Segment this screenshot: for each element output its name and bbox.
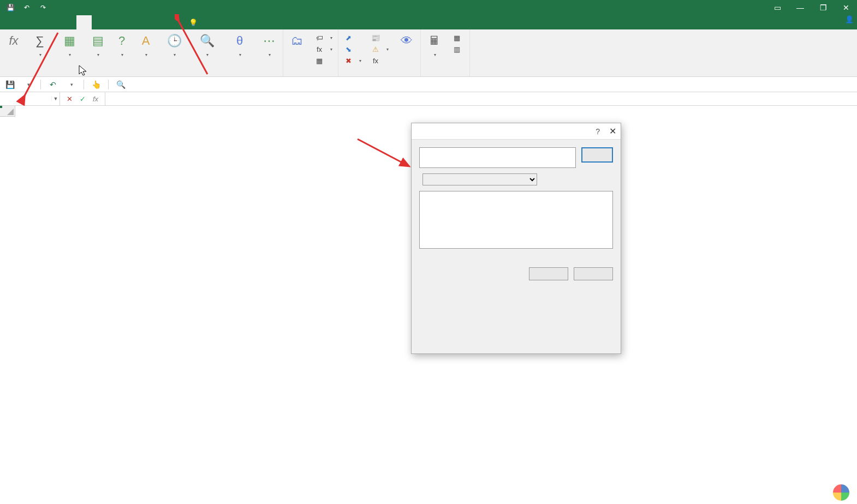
group-label-defined-names [284, 74, 337, 76]
mathtrig-button[interactable]: θ ▾ [224, 31, 255, 59]
trace-prec-icon: ⬈ [344, 33, 353, 42]
search-function-input[interactable] [419, 147, 576, 168]
financial-button[interactable]: ▤ ▾ [86, 31, 109, 59]
name-box[interactable]: ▼ [0, 92, 60, 105]
calc-options-button[interactable]: 🖩 ▾ [422, 31, 447, 59]
restore-button[interactable]: ❐ [812, 0, 834, 15]
insert-function-button[interactable]: fx [1, 31, 26, 52]
calculate-now-button[interactable]: ▦ [450, 32, 466, 43]
error-checking-button[interactable]: ⚠▾ [369, 44, 391, 55]
tab-file[interactable] [0, 15, 15, 29]
lookup-icon: 🔍 [198, 32, 216, 50]
tag-icon: 🏷 [315, 33, 324, 42]
quickaccess-undo-icon[interactable]: ↶ [21, 2, 33, 14]
watch-window-button[interactable]: 👁 [394, 31, 419, 52]
qa-dropdown-icon[interactable]: ▾ [22, 78, 35, 91]
qa-undo-icon[interactable]: ↶ [46, 78, 59, 91]
use-in-formula-button[interactable]: fx▾ [313, 44, 335, 55]
more-icon: ⋯ [260, 32, 278, 50]
close-button[interactable]: ✕ [835, 0, 857, 15]
recently-used-button[interactable]: ▦ ▾ [53, 31, 85, 59]
qa-preview-icon[interactable]: 🔍 [114, 78, 127, 91]
quickaccess-save-icon[interactable]: 💾 [4, 2, 16, 14]
tab-baidu[interactable] [168, 15, 183, 29]
name-manager-icon: 🗂 [288, 32, 306, 50]
theta-icon: θ [231, 32, 248, 50]
enter-formula-icon[interactable]: ✓ [76, 93, 88, 105]
text-button[interactable]: A ▾ [134, 31, 157, 59]
fx-button-icon[interactable]: fx [90, 93, 102, 105]
remove-arrows-icon: ✖ [344, 56, 353, 65]
qa-undo-dd-icon[interactable]: ▾ [65, 78, 78, 91]
cancel-button[interactable] [574, 267, 613, 280]
show-formulas-icon: 📰 [371, 33, 380, 42]
go-button[interactable] [581, 147, 613, 163]
tab-pagelayout[interactable] [61, 15, 76, 29]
minimize-button[interactable]: — [789, 0, 811, 15]
group-label-audit [340, 74, 419, 76]
calc-sheet-icon: ▥ [453, 45, 461, 53]
category-select[interactable] [422, 173, 537, 185]
define-name-button[interactable]: 🏷▾ [313, 32, 335, 43]
lookup-button[interactable]: 🔍 ▾ [191, 31, 223, 59]
quickaccess-redo-icon[interactable]: ↷ [37, 2, 49, 14]
title-bar: 💾 ↶ ↷ ▭ — ❐ ✕ [0, 0, 857, 15]
menu-tabs: 💡 👤 [0, 15, 857, 29]
text-icon: A [137, 32, 154, 50]
calculate-sheet-button[interactable]: ▥ [450, 44, 466, 55]
name-box-dropdown-icon[interactable]: ▼ [51, 96, 59, 101]
bulb-icon: 💡 [189, 19, 198, 27]
evaluate-icon: fx [371, 56, 380, 65]
tell-me-search[interactable]: 💡 [189, 15, 201, 29]
ribbon-formula: fx ∑ ▾ ▦ ▾ ▤ ▾ ? ▾ A ▾ [0, 29, 857, 77]
logical-icon: ? [113, 32, 130, 50]
show-formulas-button[interactable]: 📰 [369, 32, 391, 43]
tab-pdf[interactable] [153, 15, 168, 29]
group-label-library [1, 74, 282, 76]
ok-button[interactable] [529, 267, 568, 280]
watermark [832, 483, 854, 502]
trace-dependents-button[interactable]: ⬊ [342, 44, 364, 55]
cancel-formula-icon[interactable]: ✕ [63, 93, 75, 105]
logical-button[interactable]: ? ▾ [110, 31, 133, 59]
more-functions-button[interactable]: ⋯ ▾ [257, 31, 282, 59]
name-manager-button[interactable]: 🗂 [284, 31, 310, 52]
tab-review[interactable] [107, 15, 122, 29]
calculator-icon: 🖩 [426, 32, 443, 50]
tab-developer[interactable] [138, 15, 153, 29]
tab-home[interactable] [15, 15, 31, 29]
insert-function-dialog: ? ✕ [411, 123, 621, 354]
qa-save-icon[interactable]: 💾 [3, 78, 16, 91]
tab-data[interactable] [92, 15, 107, 29]
function-list[interactable] [419, 191, 613, 249]
watermark-logo-icon [832, 483, 850, 502]
quick-access-row: 💾 ▾ ↶ ▾ 👆 🔍 [0, 77, 857, 92]
tab-view[interactable] [122, 15, 138, 29]
grid-icon: ▦ [315, 56, 324, 65]
qa-touch-icon[interactable]: 👆 [90, 78, 103, 91]
remove-arrows-button[interactable]: ✖▾ [342, 55, 364, 66]
dialog-close-icon[interactable]: ✕ [609, 126, 616, 136]
autosum-button[interactable]: ∑ ▾ [27, 31, 52, 59]
tab-formula[interactable] [76, 15, 92, 29]
calc-now-icon: ▦ [453, 33, 461, 42]
formula-bar: ▼ ✕ ✓ fx [0, 92, 857, 106]
watch-icon: 👁 [398, 32, 415, 50]
group-label-calc [422, 74, 468, 76]
share-button[interactable]: 👤 [845, 15, 854, 23]
tab-insert[interactable] [46, 15, 61, 29]
ribbon-options-icon[interactable]: ▭ [766, 0, 788, 15]
dialog-help-icon[interactable]: ? [596, 127, 600, 136]
dialog-titlebar[interactable]: ? ✕ [412, 123, 621, 140]
sigma-icon: ∑ [31, 32, 49, 50]
tab-templates[interactable] [31, 15, 46, 29]
datetime-button[interactable]: 🕒 ▾ [158, 31, 190, 59]
financial-icon: ▤ [89, 32, 106, 50]
evaluate-formula-button[interactable]: fx [369, 55, 391, 66]
select-all-button[interactable] [0, 106, 15, 117]
name-box-input[interactable] [0, 95, 51, 103]
trace-precedents-button[interactable]: ⬈ [342, 32, 364, 43]
formula-input[interactable] [105, 95, 857, 103]
recent-icon: ▦ [61, 32, 78, 50]
create-from-selection-button[interactable]: ▦ [313, 55, 335, 66]
